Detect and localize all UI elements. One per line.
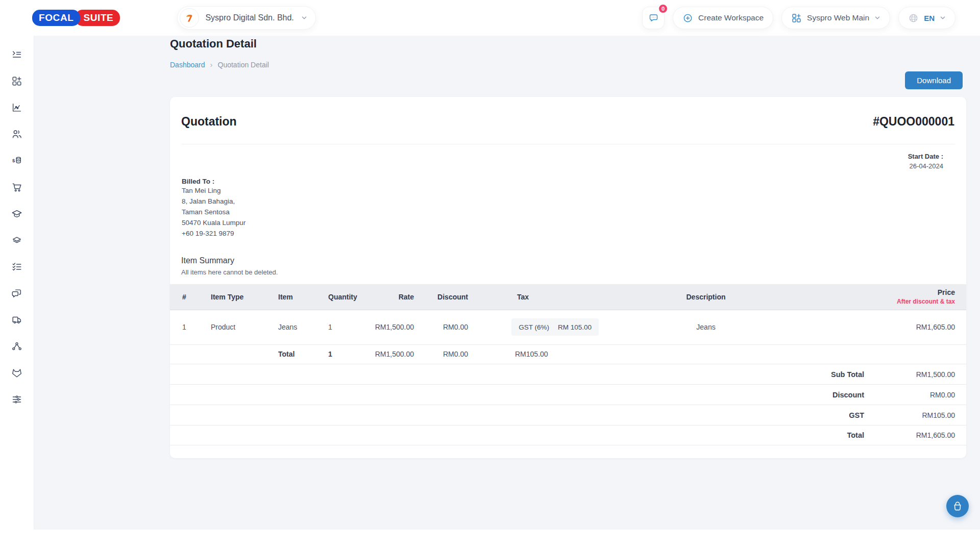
col-item: Item [261, 284, 308, 310]
topbar: FOCAL SUITE Syspro Digital Sdn. Bhd. 0 [0, 0, 980, 36]
tax-name: GST (6%) [519, 323, 549, 331]
plus-circle-icon [682, 13, 693, 23]
app-selector-label: Syspro Web Main [807, 13, 869, 22]
topbar-actions: 0 Create Workspace Syspro Web Main EN [642, 7, 955, 29]
col-price-subtext: After discount & tax [813, 298, 955, 305]
sidebar-item-settings[interactable] [11, 394, 22, 405]
sidebar-item-analytics[interactable] [11, 102, 22, 113]
summary-value: RM0.00 [864, 391, 955, 399]
page-title: Quotation Detail [170, 36, 257, 52]
sidebar-item-training[interactable] [11, 208, 22, 219]
sidebar-item-purchases[interactable] [11, 182, 22, 193]
start-date-block: Start Date : 26-04-2024 [170, 144, 966, 170]
item-summary-block: Item Summary All items here cannot be de… [170, 256, 966, 276]
billed-to-label: Billed To : [182, 178, 966, 185]
tax-badge: GST (6%) RM 105.00 [511, 318, 599, 336]
create-workspace-label: Create Workspace [698, 13, 764, 22]
summary-label: Total [847, 431, 864, 439]
total-rate: RM1,500.00 [357, 344, 414, 364]
sidebar-item-network[interactable] [11, 341, 22, 352]
summary-value: RM105.00 [864, 411, 955, 419]
items-table: # Item Type Item Quantity Rate Discount … [170, 284, 966, 364]
col-description: Description [599, 284, 813, 310]
fox-icon [11, 367, 22, 379]
chevron-down-icon [301, 15, 307, 21]
sidebar-item-customers[interactable] [11, 129, 22, 140]
users-icon [11, 129, 22, 140]
sidebar-item-apps[interactable] [11, 76, 22, 87]
item-summary-note: All items here cannot be deleted. [181, 268, 966, 276]
svg-text:$: $ [12, 158, 15, 163]
cell-price: RM1,605.00 [813, 310, 966, 344]
chat-icon [648, 13, 659, 23]
col-index: # [170, 284, 200, 310]
billed-to-address-line: 8, Jalan Bahagia, [182, 196, 966, 207]
col-price-label: Price [813, 288, 955, 296]
layers-icon [11, 235, 22, 246]
breadcrumb-separator: › [210, 60, 213, 69]
download-button[interactable]: Download [905, 71, 963, 89]
create-workspace-button[interactable]: Create Workspace [673, 7, 773, 29]
workspace-selector[interactable]: Syspro Digital Sdn. Bhd. [177, 6, 315, 30]
table-total-row: Total 1 RM1,500.00 RM0.00 RM105.00 [170, 344, 966, 364]
total-tax: RM105.00 [468, 344, 599, 364]
apps-grid-icon [791, 13, 802, 23]
sidebar-item-delivery[interactable] [11, 314, 22, 325]
cell-rate: RM1,500.00 [357, 310, 414, 344]
sidebar-item-tasks[interactable] [11, 261, 22, 272]
summary-row: GST RM105.00 [170, 405, 966, 425]
billed-to-name: Tan Mei Ling [182, 185, 966, 196]
logo-suite: SUITE [75, 10, 120, 26]
start-date-label: Start Date : [170, 153, 943, 160]
language-code: EN [924, 14, 935, 22]
logo-focal: FOCAL [32, 10, 80, 26]
sidebar-item-messages[interactable] [11, 288, 22, 299]
table-header-row: # Item Type Item Quantity Rate Discount … [170, 284, 966, 310]
sidebar-item-finance[interactable]: $ [11, 155, 22, 166]
cell-tax: GST (6%) RM 105.00 [468, 310, 599, 344]
checklist-icon [11, 261, 22, 272]
total-label: Total [261, 344, 308, 364]
sidebar-item-support[interactable] [11, 367, 22, 379]
chevron-down-icon [940, 15, 946, 21]
main-content: Quotation Detail Dashboard › Quotation D… [34, 36, 980, 530]
apps-plus-icon [11, 76, 22, 87]
app-selector[interactable]: Syspro Web Main [781, 7, 890, 29]
summary-value: RM1,605.00 [864, 431, 955, 439]
col-item-type: Item Type [200, 284, 261, 310]
sidebar-item-assets[interactable] [11, 235, 22, 246]
summary-label: GST [849, 411, 864, 419]
summary-row: Discount RM0.00 [170, 384, 966, 405]
billed-to-address-line: 50470 Kuala Lumpur [182, 217, 966, 228]
share-nodes-icon [11, 341, 22, 352]
col-discount: Discount [414, 284, 468, 310]
cell-description: Jeans [599, 310, 813, 344]
total-quantity: 1 [308, 344, 357, 364]
workspace-name: Syspro Digital Sdn. Bhd. [205, 13, 293, 22]
billed-to-block: Billed To : Tan Mei Ling 8, Jalan Bahagi… [170, 178, 966, 239]
shopping-bag-icon [952, 500, 963, 512]
billed-to-phone: +60 19-321 9879 [182, 228, 966, 239]
start-date-value: 26-04-2024 [170, 162, 943, 170]
breadcrumb-dashboard-link[interactable]: Dashboard [170, 61, 205, 69]
col-tax: Tax [468, 284, 599, 310]
item-summary-title: Item Summary [181, 256, 966, 265]
graduation-cap-icon [11, 208, 22, 219]
quotation-heading: Quotation [181, 113, 237, 130]
chat-button[interactable]: 0 [642, 7, 665, 29]
messages-icon [11, 288, 22, 299]
chart-line-icon [11, 102, 22, 113]
sidebar-item-logs[interactable] [11, 49, 22, 60]
language-selector[interactable]: EN [898, 7, 955, 29]
breadcrumb: Dashboard › Quotation Detail [170, 60, 269, 69]
logs-icon [11, 49, 22, 60]
summary-row: Total RM1,605.00 [170, 425, 966, 445]
quotation-card-header: Quotation #QUOO000001 [170, 97, 966, 144]
globe-icon [908, 13, 919, 23]
col-rate: Rate [357, 284, 414, 310]
cart-fab-button[interactable] [946, 495, 969, 517]
cell-quantity: 1 [308, 310, 357, 344]
quotation-card: Quotation #QUOO000001 Start Date : 26-04… [170, 97, 966, 458]
cell-item: Jeans [261, 310, 308, 344]
summary-label: Discount [832, 391, 864, 399]
